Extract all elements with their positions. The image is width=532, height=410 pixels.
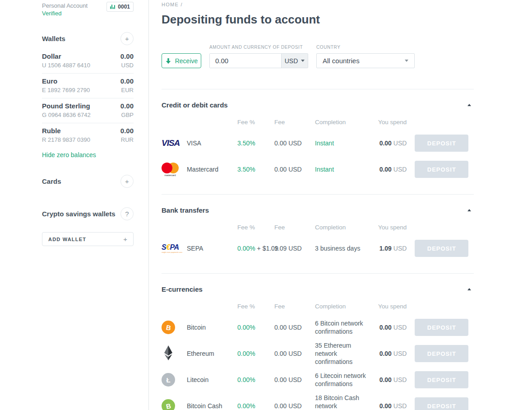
wallet-item-pound[interactable]: Pound Sterling0.00 G 0964 8636 6742GBP: [42, 98, 134, 123]
col-you-spend: You spend: [378, 303, 415, 310]
table-row: B Bitcoin 0.00% 0.00 USD 6 Bitcoin netwo…: [162, 314, 474, 340]
you-spend: 0.00 USD: [378, 376, 415, 383]
breadcrumb[interactable]: HOME /: [162, 2, 474, 7]
currency-dropdown[interactable]: USD: [281, 54, 308, 68]
col-completion: Completion: [315, 224, 378, 231]
deposit-button[interactable]: DEPOSIT: [415, 135, 468, 152]
col-fee-pct: Fee %: [237, 119, 274, 126]
collapse-icon[interactable]: [467, 209, 471, 211]
wallet-item-dollar[interactable]: Dollar0.00 U 1506 4887 6410USD: [42, 49, 134, 73]
cards-section: Cards +: [42, 175, 134, 188]
table-header-row: Fee % Fee Completion You spend: [162, 114, 474, 130]
method-name: Ethereum: [187, 350, 237, 357]
section-title: Credit or debit cards: [162, 101, 228, 109]
fee-percent: 0.00%: [237, 402, 274, 410]
wallet-name: Ruble: [42, 126, 61, 135]
litecoin-icon: Ł: [162, 373, 187, 387]
add-wallet-button[interactable]: ADD WALLET +: [42, 232, 134, 246]
chevron-down-icon: [301, 60, 305, 62]
you-spend: 0.00 USD: [378, 166, 415, 173]
amount-input[interactable]: [210, 54, 281, 68]
country-label: COUNTRY: [316, 45, 415, 50]
fee-percent: 0.00%: [237, 324, 274, 331]
wallet-balance: 0.00: [120, 127, 134, 135]
plus-icon: +: [123, 235, 127, 243]
deposit-button[interactable]: DEPOSIT: [415, 240, 468, 257]
chevron-down-icon: [405, 60, 408, 62]
add-wallet-circle-button[interactable]: +: [120, 32, 134, 45]
deposit-button[interactable]: DEPOSIT: [415, 161, 468, 178]
fee-amount: 0.00 USD: [274, 324, 315, 331]
account-type-label: Personal Account: [42, 2, 88, 9]
currency-value: USD: [285, 57, 298, 65]
fee-amount: 0.00 USD: [274, 350, 315, 357]
deposit-button[interactable]: DEPOSIT: [415, 397, 468, 410]
you-spend: 0.00 USD: [378, 402, 415, 410]
account-number-badge[interactable]: 0001: [106, 2, 134, 12]
fee-percent: 0.00%: [237, 350, 274, 357]
method-name: Bitcoin Cash: [187, 402, 237, 410]
wallet-currency: EUR: [121, 87, 134, 93]
collapse-icon[interactable]: [467, 288, 471, 290]
deposit-button[interactable]: DEPOSIT: [415, 319, 468, 336]
col-fee-pct: Fee %: [237, 224, 274, 231]
section-bank-transfers: Bank transfers Fee % Fee Completion You …: [162, 194, 474, 273]
wallet-balance: 0.00: [120, 77, 134, 85]
bar-chart-icon: [110, 5, 115, 9]
completion-time: 6 Bitcoin network confirmations: [315, 319, 378, 335]
wallet-balance: 0.00: [120, 52, 134, 60]
fee-percent: 0.00%: [237, 376, 274, 383]
section-title: Bank transfers: [162, 206, 209, 214]
completion-time: 35 Ethereum network confirmations: [315, 341, 378, 366]
wallets-title: Wallets: [42, 35, 65, 42]
fee-percent: 0.00% + $1.09: [237, 245, 274, 252]
deposit-form: Receive AMOUNT AND CURRENCY OF DEPOSIT U…: [162, 45, 474, 68]
wallet-currency: GBP: [121, 112, 134, 118]
method-name: SEPA: [187, 245, 237, 252]
wallet-name: Pound Sterling: [42, 102, 90, 111]
add-card-circle-button[interactable]: +: [120, 175, 134, 188]
table-row: Ł Litecoin 0.00% 0.00 USD 6 Litecoin net…: [162, 367, 474, 393]
col-completion: Completion: [315, 303, 378, 310]
visa-logo: VISA: [162, 138, 187, 148]
wallet-number: U 1506 4887 6410: [42, 61, 90, 70]
completion-time: Instant: [315, 165, 378, 173]
deposit-button[interactable]: DEPOSIT: [415, 371, 468, 388]
completion-time: 18 Bitcoin Cash network confirmations: [315, 394, 378, 410]
country-dropdown[interactable]: All countries: [316, 53, 415, 68]
deposit-button[interactable]: DEPOSIT: [415, 345, 468, 362]
you-spend: 0.00 USD: [378, 324, 415, 331]
table-header-row: Fee % Fee Completion You spend: [162, 298, 474, 314]
app-window: Personal Account Verified 0001 Wallets +…: [0, 0, 532, 410]
section-credit-cards: Credit or debit cards Fee % Fee Completi…: [162, 89, 474, 194]
wallet-item-euro[interactable]: Euro0.00 E 1892 7699 2790EUR: [42, 73, 134, 98]
you-spend: 1.09 USD: [378, 245, 415, 252]
fee-percent: 3.50%: [237, 166, 274, 173]
amount-label: AMOUNT AND CURRENCY OF DEPOSIT: [209, 45, 308, 50]
collapse-icon[interactable]: [467, 104, 471, 106]
fee-amount: 0.00 USD: [274, 166, 315, 173]
bitcoin-cash-icon: B: [162, 399, 187, 410]
crypto-savings-title: Crypto savings wallets: [42, 210, 116, 218]
ethereum-icon: [162, 345, 187, 362]
method-name: Bitcoin: [187, 324, 237, 331]
deposit-methods: Credit or debit cards Fee % Fee Completi…: [162, 89, 474, 410]
wallet-number: G 0964 8636 6742: [42, 111, 91, 119]
wallet-name: Dollar: [42, 52, 61, 61]
cards-title: Cards: [42, 177, 61, 185]
verified-status-link[interactable]: Verified: [42, 9, 88, 17]
main-content: HOME / Depositing funds to account Recei…: [149, 0, 532, 410]
wallet-currency: RUR: [121, 136, 134, 143]
table-row: S€PA single euro payments area SEPA 0.00…: [162, 235, 474, 261]
receive-button[interactable]: Receive: [162, 53, 201, 68]
wallet-number: E 1892 7699 2790: [42, 86, 90, 94]
table-row: B Bitcoin Cash 0.00% 0.00 USD 18 Bitcoin…: [162, 393, 474, 410]
wallet-item-ruble[interactable]: Ruble0.00 R 2178 9837 0390RUR: [42, 123, 134, 148]
col-you-spend: You spend: [378, 119, 415, 126]
help-icon[interactable]: ?: [120, 207, 134, 220]
hide-zero-balances-link[interactable]: Hide zero balances: [42, 151, 134, 158]
method-name: VISA: [187, 140, 237, 147]
sepa-logo: S€PA single euro payments area: [162, 244, 187, 253]
arrow-down-icon: [165, 58, 171, 64]
table-row: Ethereum 0.00% 0.00 USD 35 Ethereum netw…: [162, 340, 474, 367]
